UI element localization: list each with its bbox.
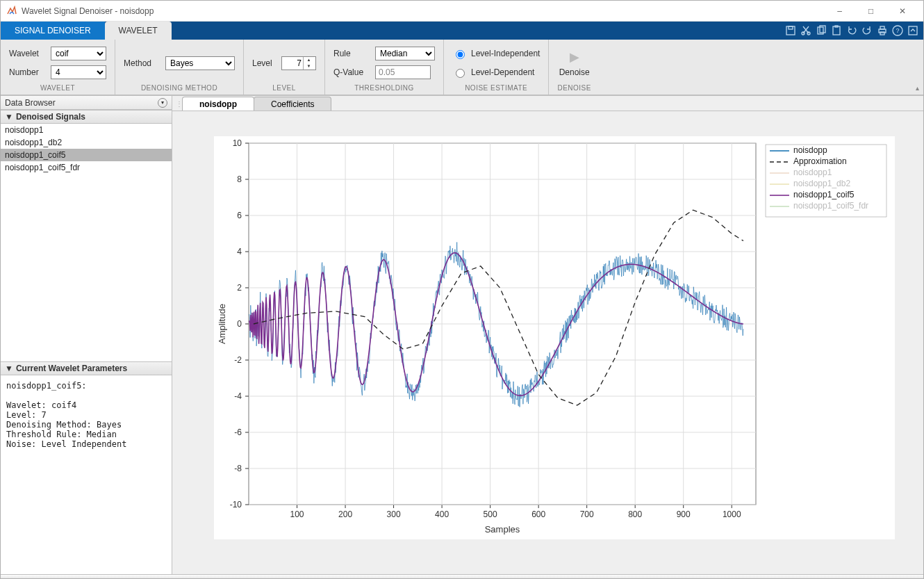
- svg-text:800: 800: [628, 509, 642, 519]
- tab-signal-denoiser[interactable]: SIGNAL DENOISER: [1, 22, 105, 40]
- radio-level-indep[interactable]: [456, 50, 465, 59]
- svg-rect-9: [880, 26, 884, 29]
- svg-text:0: 0: [237, 319, 242, 329]
- level-input[interactable]: [282, 58, 303, 68]
- svg-text:2: 2: [237, 283, 242, 293]
- copy-icon[interactable]: [815, 24, 827, 37]
- svg-text:300: 300: [387, 509, 401, 519]
- undo-icon[interactable]: [845, 24, 858, 37]
- data-browser-header: Data Browser ▾: [1, 96, 172, 110]
- group-denoise: ▶ Denoise DENOISE: [549, 40, 600, 95]
- plot-area: 1002003004005006007008009001000-10-8-6-4…: [172, 111, 923, 574]
- redo-icon[interactable]: [861, 24, 873, 37]
- svg-text:8: 8: [237, 174, 242, 184]
- svg-text:600: 600: [531, 509, 545, 519]
- window-close-button[interactable]: ✕: [886, 1, 918, 21]
- window-title: Wavelet Signal Denoiser - noisdopp: [22, 6, 824, 16]
- status-bar: [1, 574, 923, 578]
- doc-tab-coefficients[interactable]: Coefficients: [254, 97, 331, 111]
- svg-rect-0: [786, 26, 795, 35]
- collapse-toolstrip-icon[interactable]: [907, 24, 919, 37]
- level-up-icon[interactable]: ▲: [304, 57, 314, 63]
- method-label: Method: [124, 58, 160, 68]
- group-noise-estimate: Level-Independent Level-Dependent NOISE …: [444, 40, 549, 95]
- params-header[interactable]: ▼ Current Wavelet Parameters: [1, 361, 172, 375]
- group-label-thresholding: THRESHOLDING: [333, 82, 435, 93]
- svg-text:400: 400: [435, 509, 449, 519]
- group-label-denoise: DENOISE: [557, 82, 591, 93]
- number-label: Number: [9, 67, 45, 77]
- denoised-signals-title: Denoised Signals: [16, 112, 85, 122]
- list-item[interactable]: noisdopp1_coif5: [1, 149, 172, 161]
- svg-text:-8: -8: [234, 464, 242, 473]
- matlab-app-icon: [6, 6, 17, 17]
- svg-text:6: 6: [237, 211, 242, 220]
- svg-text:noisdopp1_coif5_fdr: noisdopp1_coif5_fdr: [793, 201, 868, 211]
- svg-text:500: 500: [484, 509, 497, 519]
- svg-text:700: 700: [580, 509, 594, 519]
- method-select[interactable]: Bayes: [165, 56, 235, 70]
- params-text: noisdopp1_coif5: Wavelet: coif4 Level: 7…: [1, 375, 172, 574]
- rule-select[interactable]: Median: [375, 47, 435, 60]
- svg-text:?: ?: [896, 27, 899, 34]
- group-thresholding: Rule Median Q-Value THRESHOLDING: [325, 40, 444, 95]
- data-browser-title: Data Browser: [5, 98, 56, 108]
- group-wavelet: Wavelet coif Number 4 WAVELET: [1, 40, 115, 95]
- qvalue-label: Q-Value: [333, 67, 370, 77]
- document-tabs: ⋮ noisdopp Coefficients: [172, 96, 923, 111]
- svg-text:10: 10: [233, 138, 242, 148]
- svg-rect-1: [789, 26, 793, 29]
- svg-rect-13: [909, 26, 917, 35]
- level-down-icon[interactable]: ▼: [304, 63, 314, 70]
- svg-text:noisdopp1: noisdopp1: [793, 168, 832, 177]
- svg-text:noisdopp: noisdopp: [793, 145, 827, 155]
- ribbon-collapse-icon[interactable]: ▴: [916, 84, 919, 92]
- svg-text:noisdopp1_coif5: noisdopp1_coif5: [793, 190, 855, 199]
- radio-level-dep[interactable]: [456, 69, 465, 78]
- denoise-button[interactable]: ▶ Denoise: [559, 45, 590, 81]
- help-icon[interactable]: ?: [891, 24, 904, 37]
- data-browser-panel: Data Browser ▾ ▼ Denoised Signals noisdo…: [1, 96, 172, 574]
- group-method: Method Bayes DENOISING METHOD: [115, 40, 244, 95]
- quick-access-bar: ?: [784, 22, 923, 40]
- window-maximize-button[interactable]: □: [855, 1, 886, 21]
- list-item[interactable]: noisdopp1_coif5_fdr: [1, 161, 172, 174]
- svg-text:-2: -2: [234, 355, 242, 365]
- print-icon[interactable]: [876, 24, 889, 37]
- window-minimize-button[interactable]: –: [824, 1, 855, 21]
- wavelet-select[interactable]: coif: [51, 47, 106, 60]
- signal-chart[interactable]: 1002003004005006007008009001000-10-8-6-4…: [214, 136, 895, 539]
- list-item[interactable]: noisdopp1_db2: [1, 136, 172, 149]
- save-icon[interactable]: [784, 24, 797, 37]
- label-level-indep: Level-Independent: [471, 49, 540, 58]
- list-item[interactable]: noisdopp1: [1, 124, 172, 136]
- group-label-method: DENOISING METHOD: [124, 82, 235, 93]
- svg-text:Samples: Samples: [485, 524, 520, 535]
- params-title: Current Wavelet Parameters: [16, 364, 127, 373]
- rule-label: Rule: [333, 49, 370, 58]
- cut-icon[interactable]: [800, 24, 812, 37]
- play-icon: ▶: [570, 49, 579, 65]
- denoised-signals-header[interactable]: ▼ Denoised Signals: [1, 110, 172, 124]
- group-label-wavelet: WAVELET: [9, 82, 106, 93]
- tab-drag-handle-icon[interactable]: ⋮: [176, 97, 182, 111]
- svg-text:-10: -10: [230, 500, 242, 509]
- level-spinner[interactable]: ▲▼: [281, 56, 316, 70]
- group-label-level: LEVEL: [252, 82, 316, 93]
- tab-wavelet[interactable]: WAVELET: [105, 22, 172, 40]
- chevron-down-icon: ▼: [5, 364, 13, 373]
- svg-text:noisdopp1_db2: noisdopp1_db2: [793, 179, 850, 188]
- title-bar: Wavelet Signal Denoiser - noisdopp – □ ✕: [1, 1, 923, 22]
- chevron-down-icon: ▼: [5, 112, 13, 122]
- denoise-button-label: Denoise: [559, 67, 590, 77]
- level-label: Level: [252, 58, 276, 68]
- panel-menu-icon[interactable]: ▾: [158, 98, 167, 108]
- svg-text:1000: 1000: [723, 509, 741, 519]
- number-select[interactable]: 4: [51, 65, 106, 79]
- doc-tab-noisdopp[interactable]: noisdopp: [182, 97, 254, 111]
- main-document-area: ⋮ noisdopp Coefficients 1002003004005006…: [172, 96, 923, 574]
- wavelet-label: Wavelet: [9, 49, 45, 58]
- paste-icon[interactable]: [830, 24, 843, 37]
- list-empty-area: [1, 174, 172, 361]
- label-level-dep: Level-Dependent: [471, 67, 534, 77]
